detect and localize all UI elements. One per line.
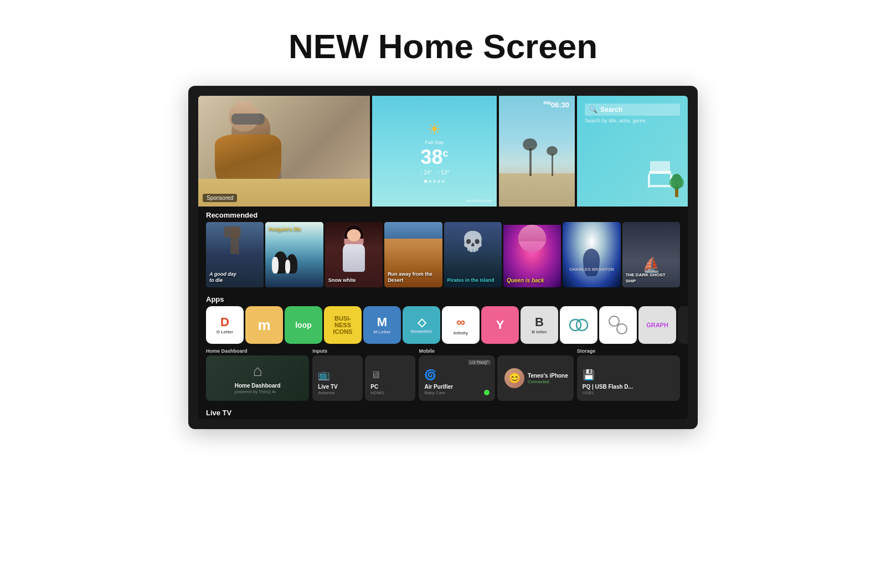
dashboard-section-home: Home Dashboard ⌂ Home Dashboard powered … bbox=[206, 348, 309, 401]
tv-screen: Sponsored ☀ Fair Day 38c ↓ 24° ↑ 53° bbox=[198, 96, 688, 419]
search-label: Search bbox=[600, 106, 622, 114]
tv-frame: Sponsored ☀ Fair Day 38c ↓ 24° ↑ 53° bbox=[188, 86, 698, 429]
rec-title-5: Pirates in the Island bbox=[447, 277, 498, 284]
svg-point-9 bbox=[570, 319, 581, 331]
hero-time: PM06:30 bbox=[543, 100, 569, 109]
live-tv-icon: 📺 bbox=[318, 369, 357, 381]
weather-day-label: Fair Day bbox=[425, 140, 444, 145]
apps-row: D D Letter m loop BUSI-NESSICONS M M Let… bbox=[198, 306, 688, 348]
thinq-badge: LG ThinQ° bbox=[468, 360, 491, 365]
app-d-letter[interactable]: D D Letter bbox=[206, 306, 244, 344]
rec-card-2[interactable]: Penguin's life bbox=[265, 222, 323, 287]
pc-icon: 🖥 bbox=[370, 369, 410, 381]
svg-point-12 bbox=[617, 324, 627, 334]
air-purifier-title: Air Purifier bbox=[424, 383, 490, 390]
hero-sponsored-panel[interactable]: Sponsored bbox=[198, 96, 370, 207]
search-bar[interactable]: 🔍 Search bbox=[585, 104, 680, 116]
weather-dot bbox=[442, 180, 445, 183]
app-b-letter[interactable]: B B letter bbox=[521, 306, 558, 344]
app-graph[interactable]: GRAPH bbox=[638, 306, 676, 344]
home-dashboard-sub: powered by ThinQ AI bbox=[235, 389, 281, 394]
app-double-circles[interactable] bbox=[599, 306, 637, 344]
air-purifier-card[interactable]: LG ThinQ° 🌀 Air Purifier Baby Care bbox=[419, 355, 495, 401]
rec-title-6: Queen is back bbox=[507, 277, 558, 284]
rec-card-7[interactable]: CHARLES BRANTON bbox=[563, 222, 620, 287]
weather-sun-icon: ☀ bbox=[427, 120, 441, 138]
rec-title-8: THE DARK GHOST SHIP bbox=[626, 272, 677, 284]
hero-search-panel[interactable]: 🔍 Search Search by title, actor, genre. bbox=[577, 96, 688, 207]
app-m-letter[interactable]: M M Letter bbox=[363, 306, 401, 344]
rec-card-5[interactable]: 💀 Pirates in the Island bbox=[444, 222, 502, 287]
pc-title: PC bbox=[370, 383, 410, 390]
rec-card-6[interactable]: Queen is back bbox=[503, 222, 561, 287]
page-title: NEW Home Screen bbox=[0, 0, 886, 86]
recommended-label: Recommended bbox=[198, 207, 688, 222]
app-infinity[interactable]: ∞ Infinity bbox=[442, 306, 480, 344]
app-business-icons[interactable]: BUSI-NESSICONS bbox=[324, 306, 362, 344]
input-pc[interactable]: 🖥 PC HDMI1 bbox=[365, 355, 415, 401]
input-live-tv[interactable]: 📺 Live TV Antenna bbox=[312, 355, 363, 401]
weather-dot bbox=[437, 180, 440, 183]
app-loop[interactable]: loop bbox=[285, 306, 322, 344]
chair-decoration bbox=[638, 154, 682, 198]
dashboard-section-inputs: Inputs 📺 Live TV Antenna 🖥 PC HDMI1 bbox=[312, 348, 415, 401]
iphone-title: Teneo's iPhone bbox=[528, 372, 568, 379]
app-play[interactable]: ▶ PLAY bbox=[678, 306, 688, 344]
ship-icon: ⛵ bbox=[642, 256, 660, 274]
svg-point-8 bbox=[677, 178, 684, 188]
app-geometric[interactable]: ◇ Geometric bbox=[403, 306, 440, 344]
skull-icon: 💀 bbox=[461, 230, 485, 253]
rec-card-8[interactable]: ⛵ THE DARK GHOST SHIP bbox=[622, 222, 680, 287]
connected-badge: Connected bbox=[528, 379, 568, 384]
weather-pagination bbox=[424, 180, 445, 183]
dashboard-row: Home Dashboard ⌂ Home Dashboard powered … bbox=[198, 348, 688, 405]
rec-title-7: CHARLES BRANTON bbox=[566, 267, 617, 272]
hero-image bbox=[198, 96, 370, 207]
app-circles[interactable] bbox=[560, 306, 597, 344]
svg-rect-3 bbox=[650, 185, 670, 187]
live-tv-sub: Antenna bbox=[318, 390, 357, 395]
air-purifier-sub: Baby Care bbox=[424, 390, 490, 395]
inputs-label: Inputs bbox=[312, 348, 415, 354]
dashboard-section-storage: Storage 💾 PQ | USB Flash D... USB1 bbox=[577, 348, 680, 401]
hero-landscape-panel[interactable]: PM06:30 bbox=[499, 96, 575, 207]
iphone-avatar: 😊 bbox=[504, 368, 524, 388]
rec-title-3: Snow white bbox=[328, 277, 379, 284]
rec-title-4: Run away from the Desert bbox=[388, 271, 439, 284]
svg-rect-1 bbox=[648, 174, 650, 188]
app-y[interactable]: Y bbox=[481, 306, 519, 344]
storage-sub: USB1 bbox=[583, 390, 674, 395]
rec-title-1: A good dayto die bbox=[209, 271, 260, 284]
live-tv-section-label: Live TV bbox=[198, 405, 688, 419]
sponsored-badge: Sponsored bbox=[203, 194, 237, 202]
iphone-card[interactable]: 😊 Teneo's iPhone Connected bbox=[497, 355, 574, 401]
air-purifier-icon: 🌀 bbox=[424, 369, 490, 381]
recommended-row: A good dayto die Penguin's life bbox=[198, 222, 688, 291]
svg-point-7 bbox=[669, 178, 676, 188]
rec-card-4[interactable]: Run away from the Desert bbox=[384, 222, 442, 287]
home-dashboard-title: Home Dashboard bbox=[235, 382, 281, 389]
usb-icon: 💾 bbox=[583, 369, 674, 381]
pc-sub: HDMI1 bbox=[370, 390, 410, 395]
storage-title: PQ | USB Flash D... bbox=[583, 383, 674, 390]
search-hint: Search by title, actor, genre. bbox=[585, 118, 680, 123]
apps-label: Apps bbox=[198, 291, 688, 306]
home-dashboard-card[interactable]: ⌂ Home Dashboard powered by ThinQ AI bbox=[206, 355, 309, 401]
hero-row: Sponsored ☀ Fair Day 38c ↓ 24° ↑ 53° bbox=[198, 96, 688, 207]
svg-point-10 bbox=[576, 319, 588, 331]
app-m[interactable]: m bbox=[245, 306, 283, 344]
home-dashboard-label: Home Dashboard bbox=[206, 348, 309, 354]
weather-range: ↓ 24° ↑ 53° bbox=[419, 169, 449, 176]
svg-rect-4 bbox=[650, 161, 670, 172]
hero-weather-panel[interactable]: ☀ Fair Day 38c ↓ 24° ↑ 53° AccuWeather bbox=[372, 96, 497, 207]
rec-title-2: Penguin's life bbox=[269, 226, 320, 233]
mobile-label: Mobile bbox=[419, 348, 573, 354]
storage-label: Storage bbox=[577, 348, 680, 354]
weather-dot bbox=[429, 180, 431, 183]
accuweather-label: AccuWeather bbox=[466, 198, 492, 203]
rec-card-1[interactable]: A good dayto die bbox=[206, 222, 264, 287]
dashboard-section-mobile: Mobile LG ThinQ° 🌀 Air Purifier Baby Car… bbox=[419, 348, 573, 401]
storage-card[interactable]: 💾 PQ | USB Flash D... USB1 bbox=[577, 355, 680, 401]
weather-temperature: 38c bbox=[420, 147, 448, 167]
rec-card-3[interactable]: Snow white bbox=[325, 222, 383, 287]
